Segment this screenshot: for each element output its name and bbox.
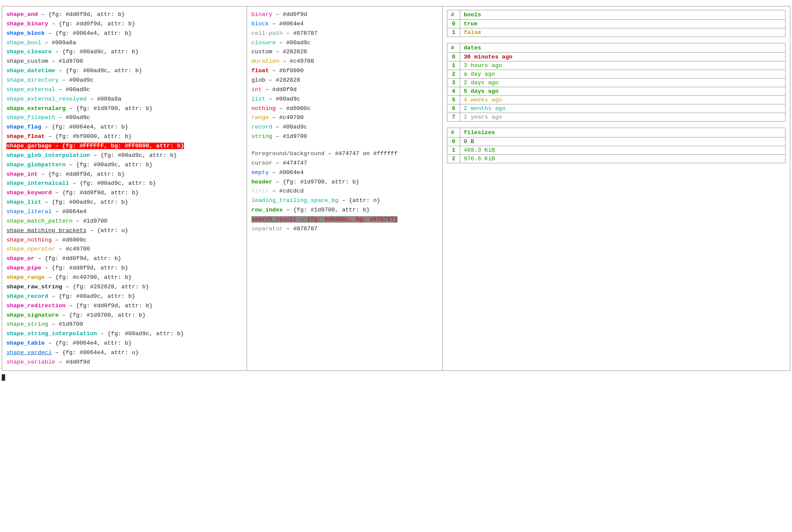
line-suffix: – #0064e4 [52, 208, 86, 215]
col-left: shape_and – {fg: #dd0f9d, attr: b}shape_… [2, 6, 247, 370]
line-suffix: – {fg: #00ad9c, attr: b} [66, 162, 153, 168]
line-suffix: – {fg: #00ad9c, attr: b} [55, 67, 142, 74]
line-name: shape_bool [6, 40, 41, 46]
line-name: shape_external_resolved [6, 96, 86, 102]
line-suffix: – {fg: #dd0f9d, attr: b} [38, 11, 125, 18]
row-num: 0 [447, 138, 460, 146]
row-num: 2 [447, 155, 460, 163]
middle-s1-line-7: glob – #282828 [251, 76, 438, 85]
row-val: 0 B [460, 138, 786, 146]
line-name: shape_raw_string [6, 284, 62, 290]
middle-s2-line-1: cursor – #474747 [251, 159, 438, 168]
table-row: 00 B [447, 138, 786, 146]
line-suffix: – #c49700 [279, 58, 314, 64]
table-row: 13 hours ago [447, 61, 786, 70]
line-name: empty [251, 169, 269, 176]
dates-table: #dates030 minutes ago13 hours ago2a day … [447, 43, 786, 122]
middle-s1-line-3: closure – #00ad9c [251, 38, 438, 48]
line-name: shape_directory [6, 77, 59, 83]
row-val: true [460, 20, 786, 28]
line-suffix: – #009a8a [86, 96, 121, 102]
line-name: shape_redirection [6, 303, 66, 309]
row-num: 2 [447, 70, 460, 79]
table-row: 62 months ago [447, 104, 786, 113]
table-row: 2a day ago [447, 70, 786, 79]
line-name: hints [251, 188, 269, 194]
filesizes-table-element: #filesizes00 B1488.3 KiB2976.6 KiB [447, 128, 786, 163]
line-name: shape_closure [6, 49, 52, 55]
line-name: closure [251, 40, 276, 46]
line-suffix: – #1d9700 [73, 218, 107, 224]
line-suffix: – #cdcdcd [269, 188, 304, 194]
dates-table-element: #dates030 minutes ago13 hours ago2a day … [447, 43, 786, 122]
line-name: shape_float [6, 133, 45, 140]
line-name: shape_external [6, 86, 55, 93]
line-suffix: – {fg: #00ad9c, attr: b} [52, 49, 139, 55]
row-val: 2 months ago [460, 104, 786, 113]
row-val: 3 hours ago [460, 61, 786, 70]
line-suffix: – {fg: #dd0f9d, attr: b} [34, 255, 122, 262]
left-line-15: shape_glob_interpolation – {fg: #00ad9c,… [6, 151, 242, 160]
line-suffix: – {fg: #1d9700, attr: b} [272, 179, 360, 185]
line-suffix: – {fg: #282828, attr: b} [62, 284, 150, 290]
line-name: shape_datetime [6, 67, 55, 74]
line-suffix: – #1d9700 [48, 58, 83, 64]
line-suffix: – {fg: #00ad9c, attr: b} [97, 330, 184, 337]
middle-s1-line-6: float – #bf0000 [251, 66, 438, 76]
left-line-5: shape_custom – #1d9700 [6, 57, 242, 66]
line-suffix: – #0064e4 [269, 21, 304, 27]
line-suffix: – {fg: #00ad9c, attr: b} [48, 293, 135, 300]
left-line-14: shape_garbage – {fg: #FFFFFF, bg: #FF000… [6, 141, 242, 151]
left-line-18: shape_internalcall – {fg: #00ad9c, attr:… [6, 179, 242, 188]
left-line-34: shape_string_interpolation – {fg: #00ad9… [6, 329, 242, 339]
middle-s1-line-2: cell-path – #878787 [251, 29, 438, 38]
left-line-37: shape_variable – #dd0f9d [6, 358, 242, 367]
line-name: shape_custom [6, 58, 48, 64]
line-name: shape_table [6, 340, 45, 346]
line-suffix: – {attr: n} [339, 197, 380, 204]
line-name: string [251, 133, 272, 140]
line-name: cell-path [251, 30, 283, 37]
line-suffix: – {fg: #1d9700, attr: b} [59, 312, 146, 318]
dates-header-val: dates [460, 43, 786, 53]
left-line-22: shape_match_pattern – #1d9700 [6, 217, 242, 226]
row-num: 1 [447, 61, 460, 70]
line-name: shape_match_pattern [6, 218, 73, 224]
row-val: false [460, 28, 786, 37]
line-name: list [251, 96, 265, 102]
line-name: separator [251, 226, 283, 232]
line-suffix: – {fg: #1d9700, attr: b} [66, 105, 153, 112]
middle-s2-line-3: header – {fg: #1d9700, attr: b} [251, 177, 438, 187]
left-line-11: shape_filepath – #00ad9c [6, 113, 242, 122]
bools-header-num: # [447, 10, 460, 20]
col-right: #bools0true1false#dates030 minutes ago13… [443, 6, 790, 370]
left-line-32: shape_signature – {fg: #1d9700, attr: b} [6, 311, 242, 320]
table-row: 1488.3 KiB [447, 146, 786, 155]
line-suffix: – {fg: #dd0f9d, attr: b} [52, 190, 139, 196]
line-suffix: – #474747 on #ffffff [324, 150, 398, 157]
line-name: float [251, 67, 269, 74]
line-name: int [251, 86, 262, 93]
line-suffix: – {fg: #c49700, attr: b} [45, 274, 132, 281]
line-name: custom [251, 49, 272, 55]
left-line-35: shape_table – {fg: #0064e4, attr: b} [6, 339, 242, 348]
line-suffix: – {fg: #bf0000, attr: b} [45, 133, 132, 140]
left-line-7: shape_directory – #00ad9c [6, 76, 242, 85]
row-num: 1 [447, 28, 460, 37]
table-row: 45 days ago [447, 87, 786, 96]
line-name: shape_string_interpolation [6, 330, 97, 337]
left-line-26: shape_or – {fg: #dd0f9d, attr: b} [6, 254, 242, 263]
left-line-9: shape_external_resolved – #009a8a [6, 95, 242, 104]
left-line-20: shape_list – {fg: #00ad9c, attr: b} [6, 198, 242, 207]
left-line-1: shape_binary – {fg: #dd0f9d, attr: b} [6, 19, 242, 29]
line-suffix: – #d6000c [276, 105, 311, 112]
middle-s2-line-0: foreground/background – #474747 on #ffff… [251, 149, 438, 159]
middle-s1-line-10: nothing – #d6000c [251, 104, 438, 113]
left-line-17: shape_int – {fg: #dd0f9d, attr: b} [6, 170, 242, 179]
filesizes-header-val: filesizes [460, 128, 786, 138]
table-row: 54 weeks ago [447, 96, 786, 104]
line-suffix: – #d6000c [52, 237, 86, 243]
line-suffix: – #dd0f9d [262, 86, 297, 93]
line-suffix: – {fg: #0064e4, attr: b} [45, 340, 132, 346]
line-name: shape_vardecl [6, 349, 52, 356]
